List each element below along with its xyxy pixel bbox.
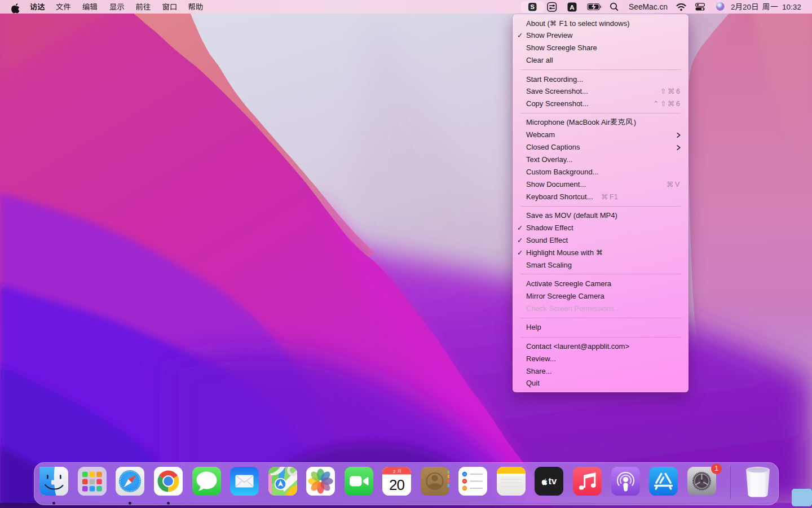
svg-text:F1: F1 bbox=[610, 193, 618, 201]
svg-text:V: V bbox=[675, 181, 680, 189]
svg-text:SeeMac.cn: SeeMac.cn bbox=[629, 3, 668, 11]
svg-text:2: 2 bbox=[731, 3, 735, 11]
svg-text:20: 20 bbox=[389, 476, 404, 493]
svg-text:2: 2 bbox=[393, 469, 396, 474]
svg-text:tv: tv bbox=[549, 476, 557, 486]
svg-text:20: 20 bbox=[743, 3, 751, 11]
svg-text:10:32: 10:32 bbox=[782, 3, 801, 11]
svg-text:6: 6 bbox=[676, 100, 680, 108]
svg-text:A: A bbox=[570, 4, 574, 11]
svg-text:S: S bbox=[531, 3, 535, 10]
svg-text:6: 6 bbox=[676, 87, 680, 95]
